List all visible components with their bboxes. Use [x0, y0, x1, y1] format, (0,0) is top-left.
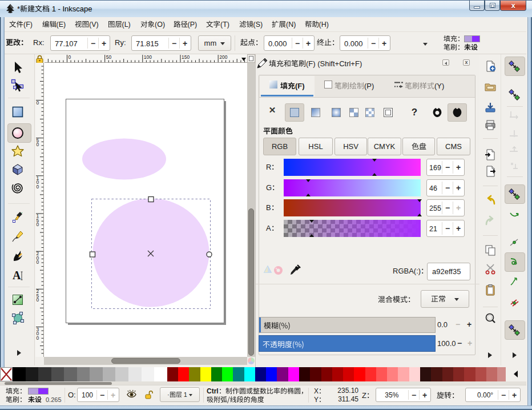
svg-text:0: 0 — [37, 297, 39, 303]
svg-text:200: 200 — [219, 54, 227, 60]
svg-text:0: 0 — [37, 259, 39, 265]
svg-text:0: 0 — [68, 54, 71, 60]
svg-text:0: 0 — [37, 100, 39, 106]
svg-text:100: 100 — [144, 54, 152, 60]
svg-text:0: 0 — [37, 335, 39, 341]
svg-text:150: 150 — [182, 54, 190, 60]
svg-text:0: 0 — [37, 142, 39, 147]
svg-text:50: 50 — [106, 54, 112, 60]
svg-text:A: A — [13, 269, 21, 282]
svg-text:0: 0 — [37, 222, 39, 227]
svg-text:0: 0 — [37, 184, 39, 190]
